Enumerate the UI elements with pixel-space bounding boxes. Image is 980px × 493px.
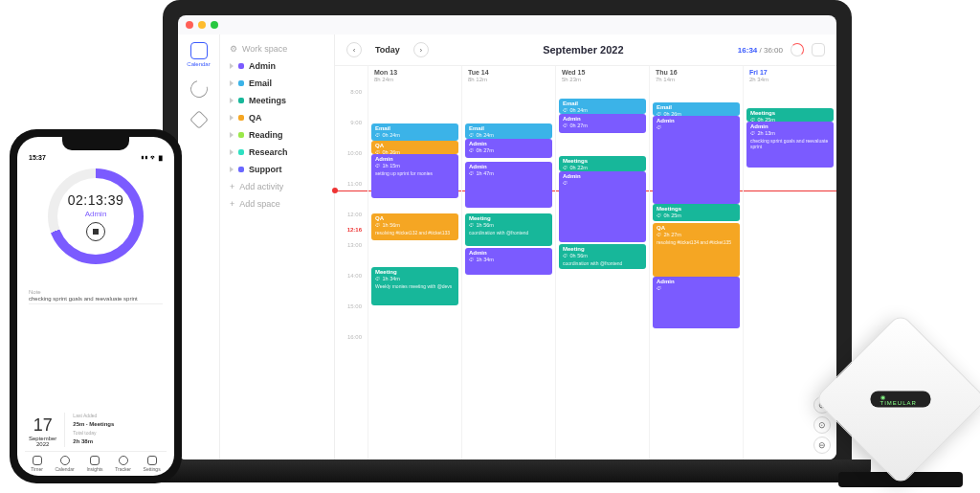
phone-tab[interactable]: Insights [86, 456, 102, 472]
note-label: Note [29, 289, 163, 295]
phone-frame: 15:37 ▮▮ ᯤ ▆ 02:13:39 Admin Note checkin… [10, 129, 182, 483]
date-day: 17 [33, 415, 53, 436]
nav-calendar[interactable]: Calendar [186, 42, 212, 67]
caret-icon [230, 167, 234, 172]
time-summary: 16:34 / 36:00 [738, 46, 783, 55]
calendar-grid: 8:009:0010:0011:0012:0012:1613:0014:0015… [335, 66, 836, 459]
sidebar-item[interactable]: Meetings [228, 92, 326, 109]
day-body[interactable]: Email⏱ 0h 26mAdmin⏱ Meetings⏱ 0h 25mQA⏱ … [650, 89, 743, 338]
main-panel: ‹ Today › September 2022 16:34 / 36:00 8… [335, 34, 836, 459]
note-field[interactable]: Note checking sprint goals and reevaluat… [29, 289, 163, 304]
day-body[interactable]: Email⏱ 0h 24mAdmin⏱ 0h 27mAdmin⏱ 1h 47mM… [462, 89, 555, 338]
phone-tabbar: TimerCalendarInsightsTrackerSettings [25, 451, 167, 472]
tracker-device: ◉ TIMEULAR [829, 326, 972, 489]
calendar-event[interactable]: Admin⏱ [653, 116, 740, 204]
day-header: Tue 148h 12m [462, 66, 555, 89]
stop-icon [93, 229, 99, 235]
calendar-event[interactable]: Admin⏱ 1h 15msetting up sprint for monie… [371, 154, 458, 198]
add-activity-button[interactable]: + Add activity [228, 178, 326, 195]
activity-label: Admin [249, 61, 276, 71]
activity-color-dot [238, 63, 244, 69]
calendar-event[interactable]: Email⏱ 0h 24m [465, 123, 552, 139]
next-button[interactable]: › [413, 42, 429, 57]
caret-icon [230, 80, 234, 86]
date-display: 17 September 2022 [29, 415, 56, 447]
day-body[interactable]: Email⏱ 0h 24mAdmin⏱ 0h 27mMeetings⏱ 0h 2… [556, 89, 649, 338]
hour-gutter: 8:009:0010:0011:0012:0012:1613:0014:0015… [335, 66, 368, 459]
nav-rail: Calendar [178, 34, 220, 459]
calendar-event[interactable]: Admin⏱ 1h 47m [465, 162, 552, 208]
tracker-body: ◉ TIMEULAR [813, 312, 980, 485]
tab-icon [33, 456, 42, 465]
phone-notch [62, 137, 129, 150]
phone-tab[interactable]: Settings [144, 456, 161, 472]
note-value: checking sprint goals and reevaluate spr… [29, 296, 163, 304]
calendar-event[interactable]: Meetings⏱ 0h 25m [653, 204, 740, 221]
calendar-event[interactable]: Email⏱ 0h 26m [653, 102, 740, 116]
sidebar-item[interactable]: Email [228, 75, 326, 92]
calendar-event[interactable]: Admin⏱ 1h 34m [465, 248, 552, 275]
plus-icon: + [230, 199, 234, 209]
sidebar-item[interactable]: Support [228, 161, 326, 178]
prev-button[interactable]: ‹ [346, 42, 362, 57]
diamond-icon [189, 110, 209, 129]
add-space-button[interactable]: + Add space [228, 195, 326, 213]
calendar-event[interactable]: Admin⏱ [653, 277, 740, 328]
tab-icon [60, 456, 70, 465]
calendar-event[interactable]: QA⏱ 0h 26m [371, 141, 458, 154]
today-button[interactable]: Today [369, 43, 406, 56]
minimize-icon[interactable] [198, 21, 206, 29]
calendar-event[interactable]: Admin⏱ 0h 27m [559, 114, 646, 133]
tab-label: Tracker [115, 466, 131, 472]
gear-icon: ⚙ [230, 44, 237, 54]
activity-label: Meetings [249, 96, 286, 105]
sidebar-item[interactable]: QA [228, 109, 326, 126]
activity-label: QA [249, 113, 262, 123]
calendar-event[interactable]: Admin⏱ 0h 27m [465, 139, 552, 158]
maximize-icon[interactable] [211, 21, 218, 29]
calendar-event[interactable]: Email⏱ 0h 24m [371, 123, 458, 141]
calendar-event[interactable]: Meetings⏱ 0h 22m [559, 156, 646, 171]
phone-tab[interactable]: Tracker [115, 456, 131, 472]
calendar-event[interactable]: Admin⏱ [559, 171, 646, 242]
progress-ring-icon[interactable] [791, 43, 804, 56]
calendar-event[interactable]: QA⏱ 2h 27mresolving #ticket134 and #tick… [653, 223, 740, 277]
day-column: Thu 167h 14mEmail⏱ 0h 26mAdmin⏱ Meetings… [649, 66, 743, 459]
day-body[interactable]: Email⏱ 0h 24mQA⏱ 0h 26mAdmin⏱ 1h 15msett… [368, 89, 461, 338]
close-icon[interactable] [186, 21, 193, 29]
activity-color-dot [238, 167, 244, 172]
sidebar-item[interactable]: Admin [228, 57, 326, 75]
day-header: Thu 167h 14m [650, 66, 743, 89]
workspace-header[interactable]: ⚙ Work space [228, 40, 326, 57]
calendar-event[interactable]: Admin⏱ 2h 13mchecking sprint goals and r… [746, 122, 834, 168]
phone-tab[interactable]: Timer [31, 456, 43, 472]
calendar-event[interactable]: Meeting⏱ 1h 56mcoordination with @fronte… [465, 213, 552, 246]
calendar-event[interactable]: Meeting⏱ 1h 34mWeekly monies meeting wit… [371, 267, 458, 305]
status-icons: ▮▮ ᯤ ▆ [141, 154, 163, 161]
calendar-event[interactable]: Meetings⏱ 0h 25m [746, 108, 834, 122]
activity-label: Support [249, 165, 282, 174]
laptop-screen: Calendar ⚙ Work space AdminEmailMeetings… [163, 0, 852, 459]
add-activity-label: Add activity [239, 182, 283, 191]
tab-label: Settings [144, 466, 161, 472]
nav-insights[interactable] [186, 80, 212, 100]
calendar-icon [190, 42, 208, 59]
calendar-view-icon[interactable] [812, 43, 825, 56]
sidebar-item[interactable]: Research [228, 144, 326, 161]
activity-color-dot [238, 115, 244, 121]
add-space-label: Add space [239, 199, 280, 209]
calendar-event[interactable]: QA⏱ 1h 56mresolving #ticket132 and #tick… [371, 213, 458, 240]
calendar-event[interactable]: Meeting⏱ 0h 56mcoordination with @fronte… [559, 244, 646, 269]
timer-value: 02:13:39 [68, 192, 124, 208]
day-header: Wed 155h 23m [556, 66, 649, 89]
nav-tracker[interactable] [186, 113, 212, 128]
date-year: 2022 [36, 441, 49, 447]
last-added-label: Last Added [73, 413, 114, 418]
hour-label: 11:00 [335, 181, 368, 212]
phone-tab[interactable]: Calendar [55, 456, 74, 472]
goal-time: / 36:00 [760, 46, 783, 55]
sidebar-item[interactable]: Reading [228, 126, 326, 144]
stop-button[interactable] [86, 222, 105, 241]
day-body[interactable]: Meetings⏱ 0h 25mAdmin⏱ 2h 13mchecking sp… [744, 89, 836, 338]
calendar-event[interactable]: Email⏱ 0h 24m [559, 99, 646, 114]
